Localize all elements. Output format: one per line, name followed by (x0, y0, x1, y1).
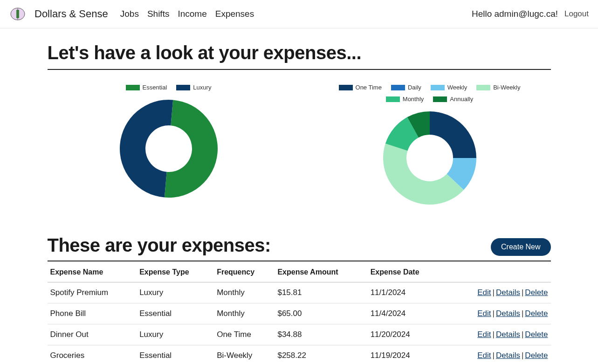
swatch-monthly (386, 96, 400, 102)
page-title: Let's have a look at your expenses... (48, 42, 551, 70)
cell-actions: Edit|Details|Delete (444, 282, 551, 303)
cell-freq: Monthly (214, 303, 275, 324)
donut-slice-essential[interactable] (164, 100, 217, 198)
separator: | (491, 330, 496, 339)
charts-row: Essential Luxury One Time Daily (48, 84, 551, 207)
cell-actions: Edit|Details|Delete (444, 324, 551, 345)
logout-link[interactable]: Logout (564, 9, 589, 19)
legend-monthly[interactable]: Monthly (386, 96, 424, 103)
donut-slice-luxury[interactable] (120, 100, 173, 198)
legend-essential-label: Essential (143, 84, 167, 91)
legend-daily[interactable]: Daily (391, 84, 421, 91)
th-date: Expense Date (368, 261, 444, 282)
cell-name: Spotify Premium (48, 282, 137, 303)
swatch-bi-weekly (476, 85, 490, 90)
separator: | (520, 351, 525, 360)
cell-type: Essential (137, 303, 214, 324)
table-row: Spotify PremiumLuxuryMonthly$15.8111/1/2… (48, 282, 551, 303)
th-name: Expense Name (48, 261, 137, 282)
table-row: Phone BillEssentialMonthly$65.0011/4/202… (48, 303, 551, 324)
cell-freq: Monthly (214, 282, 275, 303)
legend-luxury[interactable]: Luxury (176, 84, 211, 91)
nav-right: Hello admin@lugc.ca! Logout (472, 9, 589, 19)
cell-name: Groceries (48, 345, 137, 364)
nav-jobs[interactable]: Jobs (120, 9, 139, 19)
table-header-row: Expense Name Expense Type Frequency Expe… (48, 261, 551, 282)
th-frequency: Frequency (214, 261, 275, 282)
expenses-section-header: These are your expenses: Create New (48, 235, 551, 261)
details-link[interactable]: Details (496, 288, 520, 297)
table-row: GroceriesEssentialBi-Weekly$258.2211/19/… (48, 345, 551, 364)
legend-monthly-label: Monthly (403, 96, 424, 103)
cell-date: 11/20/2024 (368, 324, 444, 345)
edit-link[interactable]: Edit (477, 351, 491, 360)
legend-bi-weekly[interactable]: Bi-Weekly (476, 84, 520, 91)
cell-type: Luxury (137, 282, 214, 303)
swatch-one-time (339, 85, 353, 90)
cell-amount: $15.81 (275, 282, 367, 303)
legend-luxury-label: Luxury (193, 84, 211, 91)
expenses-table: Expense Name Expense Type Frequency Expe… (48, 261, 551, 364)
cell-freq: Bi-Weekly (214, 345, 275, 364)
delete-link[interactable]: Delete (525, 330, 548, 339)
donut-chart-frequency (381, 109, 479, 207)
delete-link[interactable]: Delete (525, 309, 548, 318)
th-amount: Expense Amount (275, 261, 367, 282)
expense-type-chart: Essential Luxury (48, 84, 290, 200)
legend-one-time-label: One Time (356, 84, 382, 91)
delete-link[interactable]: Delete (525, 288, 548, 297)
legend-daily-label: Daily (408, 84, 421, 91)
brain-logo-icon (9, 6, 26, 22)
nav-shifts[interactable]: Shifts (147, 9, 170, 19)
chart1-legend: Essential Luxury (126, 84, 212, 91)
legend-annually[interactable]: Annually (433, 96, 473, 103)
cell-name: Dinner Out (48, 324, 137, 345)
separator: | (520, 309, 525, 318)
swatch-weekly (431, 85, 445, 90)
cell-actions: Edit|Details|Delete (444, 303, 551, 324)
legend-essential[interactable]: Essential (126, 84, 167, 91)
chart2-legend: One Time Daily Weekly Bi-Weekly Monthly (323, 84, 537, 103)
separator: | (491, 288, 496, 297)
edit-link[interactable]: Edit (477, 309, 491, 318)
cell-date: 11/4/2024 (368, 303, 444, 324)
cell-date: 11/19/2024 (368, 345, 444, 364)
th-type: Expense Type (137, 261, 214, 282)
table-row: Dinner OutLuxuryOne Time$34.8811/20/2024… (48, 324, 551, 345)
nav-income[interactable]: Income (178, 9, 206, 19)
separator: | (520, 330, 525, 339)
cell-amount: $65.00 (275, 303, 367, 324)
navbar: Dollars & Sense Jobs Shifts Income Expen… (0, 0, 598, 28)
donut-slice-one-time[interactable] (430, 111, 476, 158)
legend-one-time[interactable]: One Time (339, 84, 382, 91)
swatch-annually (433, 96, 447, 102)
legend-annually-label: Annually (450, 96, 473, 103)
brand-name[interactable]: Dollars & Sense (34, 8, 108, 20)
cell-actions: Edit|Details|Delete (444, 345, 551, 364)
delete-link[interactable]: Delete (525, 351, 548, 360)
edit-link[interactable]: Edit (477, 288, 491, 297)
cell-amount: $258.22 (275, 345, 367, 364)
separator: | (520, 288, 525, 297)
separator: | (491, 309, 496, 318)
cell-name: Phone Bill (48, 303, 137, 324)
user-greeting: Hello admin@lugc.ca! (472, 9, 558, 19)
expenses-section-title: These are your expenses: (48, 235, 271, 256)
legend-bi-weekly-label: Bi-Weekly (493, 84, 520, 91)
create-new-button[interactable]: Create New (491, 238, 550, 256)
nav-expenses[interactable]: Expenses (215, 9, 254, 19)
expense-frequency-chart: One Time Daily Weekly Bi-Weekly Monthly (309, 84, 551, 207)
details-link[interactable]: Details (496, 330, 520, 339)
cell-amount: $34.88 (275, 324, 367, 345)
swatch-essential (126, 85, 140, 90)
cell-type: Luxury (137, 324, 214, 345)
edit-link[interactable]: Edit (477, 330, 491, 339)
nav-links: Jobs Shifts Income Expenses (120, 9, 254, 19)
legend-weekly[interactable]: Weekly (431, 84, 467, 91)
details-link[interactable]: Details (496, 309, 520, 318)
separator: | (491, 351, 496, 360)
details-link[interactable]: Details (496, 351, 520, 360)
cell-freq: One Time (214, 324, 275, 345)
swatch-daily (391, 85, 405, 90)
cell-date: 11/1/2024 (368, 282, 444, 303)
